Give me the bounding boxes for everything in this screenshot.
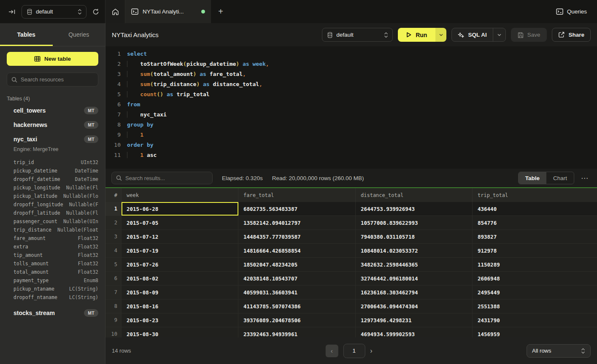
table-cell[interactable]: 13582142.094012797 [238,216,356,229]
sql-editor[interactable]: 1select2 toStartOfWeek(pickup_datetime) … [105,46,597,169]
table-cell[interactable]: 27006436.094474304 [356,299,473,313]
column-header-index[interactable]: # [105,188,122,202]
table-cell[interactable]: 2431790 [473,313,597,327]
table-cell[interactable]: 14484357.777039587 [238,230,356,243]
table-cell[interactable]: 2015-06-28 [122,202,238,216]
code-line[interactable]: 4 sum(trip_distance) as distance_total, [110,79,597,89]
column-header-week[interactable]: week [122,188,238,202]
row-number[interactable]: 7 [105,286,122,299]
table-cell[interactable]: 2015-07-05 [122,216,238,229]
code-line[interactable]: 3 sum(total_amount) as fare_total, [110,69,597,79]
table-cell[interactable]: 40599031.36603941 [238,286,356,299]
sql-ai-caret[interactable] [493,28,505,41]
table-cell[interactable]: 2015-08-30 [122,327,238,337]
table-cell[interactable]: 10577008.839622993 [356,216,473,229]
code-line[interactable]: 8group by [110,120,597,130]
prev-page-button[interactable]: ‹ [325,345,338,357]
table-cell[interactable]: 41143785.507074386 [238,299,356,313]
table-cell[interactable]: 2015-07-12 [122,230,238,243]
table-cell[interactable]: 854776 [473,216,597,229]
run-options-caret[interactable] [435,28,446,42]
results-more-button[interactable]: ⋯ [578,174,591,183]
table-cell[interactable]: 1456959 [473,327,597,337]
table-cell[interactable]: 10848014.023053372 [356,244,473,257]
table-cell[interactable]: 2551388 [473,299,597,313]
collapse-sidebar-icon[interactable] [8,9,16,15]
new-table-button[interactable]: New table [7,52,98,66]
row-number[interactable]: 3 [105,230,122,243]
code-token: order by [127,142,154,148]
table-cell[interactable]: 2015-08-23 [122,313,238,327]
table-cell[interactable]: 893827 [473,230,597,243]
table-cell[interactable]: 23392463.94939961 [238,327,356,337]
share-button[interactable]: Share [552,28,591,42]
column-header-fare_total[interactable]: fare_total [238,188,356,202]
schema-column: dropoff_datetimeDateTime [14,175,98,183]
code-line[interactable]: 2 toStartOfWeek(pickup_datetime) as week… [110,59,597,69]
table-cell[interactable]: 2015-08-09 [122,286,238,299]
row-number[interactable]: 8 [105,299,122,313]
table-cell[interactable]: 39376089.204678506 [238,313,356,327]
table-cell[interactable]: 7940380.031105718 [356,230,473,243]
results-search-input[interactable] [125,175,208,181]
new-tab-button[interactable]: + [211,0,230,23]
column-header-trip_total[interactable]: trip_total [473,188,597,202]
table-cell[interactable]: 912978 [473,244,597,257]
sidebar-tab-queries[interactable]: Queries [53,23,105,46]
sidebar-search-input[interactable] [21,76,95,83]
table-cell[interactable]: 2015-08-02 [122,272,238,285]
sidebar-tab-tables[interactable]: Tables [0,23,53,46]
page-size-selector[interactable]: All rows [527,344,591,358]
save-button[interactable]: Save [511,28,547,42]
sql-ai-button[interactable]: SQL AI [452,28,492,41]
row-number[interactable]: 4 [105,244,122,257]
topbar-database-selector[interactable]: default [22,5,86,19]
code-line[interactable]: 5 count() as trip_total [110,89,597,100]
table-cell[interactable]: 2015-07-26 [122,258,238,271]
table-cell[interactable]: 3482632.2598446365 [356,258,473,271]
refresh-icon[interactable] [92,8,99,15]
code-line[interactable]: 7 nyc_taxi [110,110,597,120]
row-number[interactable]: 9 [105,313,122,327]
table-cell[interactable]: 2606948 [473,272,597,285]
row-number[interactable]: 1 [105,202,122,216]
table-cell[interactable]: 42038148.10543707 [238,272,356,285]
code-line[interactable]: 1select [110,49,597,59]
table-cell[interactable]: 16236168.303462794 [356,286,473,299]
sidebar-item-stocks_stream[interactable]: stocks_streamMT [0,306,105,320]
row-number[interactable]: 2 [105,216,122,229]
query-database-selector[interactable]: default [322,28,393,42]
row-number[interactable]: 10 [105,327,122,337]
table-cell[interactable]: 4694934.599902593 [356,327,473,337]
row-number[interactable]: 5 [105,258,122,271]
tab-nytaxi-analytics[interactable]: NYTaxi Analyti... [125,0,211,23]
current-page[interactable]: 1 [343,344,365,358]
code-line[interactable]: 10order by [110,140,597,150]
table-cell[interactable]: 2015-07-19 [122,244,238,257]
home-button[interactable] [105,0,125,23]
view-toggle-table[interactable]: Table [519,172,546,184]
table-cell[interactable]: 1150289 [473,258,597,271]
table-cell[interactable]: 18502047.48234205 [238,258,356,271]
table-cell[interactable]: 14816664.426858854 [238,244,356,257]
sidebar-item-nyc_taxi[interactable]: nyc_taxiMT [0,132,105,146]
code-line[interactable]: 6from [110,100,597,110]
row-number[interactable]: 6 [105,272,122,285]
table-cell[interactable]: 436440 [473,202,597,216]
column-header-distance_total[interactable]: distance_total [356,188,473,202]
sidebar-item-cell_towers[interactable]: cell_towersMT [0,103,105,118]
table-cell[interactable]: 32746442.096180014 [356,272,473,285]
run-button[interactable]: Run [398,28,435,42]
code-line[interactable]: 9 1 [110,130,597,140]
table-cell[interactable]: 12973496.4298231 [356,313,473,327]
view-toggle-chart[interactable]: Chart [546,172,574,184]
sidebar-item-hackernews[interactable]: hackernewsMT [0,118,105,132]
column-type: Float32 [78,251,98,259]
table-cell[interactable]: 2644753.939926943 [356,202,473,216]
table-cell[interactable]: 6802735.563483387 [238,202,356,216]
next-page-button[interactable]: › [370,347,372,355]
table-cell[interactable]: 2495449 [473,286,597,299]
table-cell[interactable]: 2015-08-16 [122,299,238,313]
queries-button[interactable]: Queries [546,0,597,23]
code-line[interactable]: 11 1 asc [110,150,597,160]
